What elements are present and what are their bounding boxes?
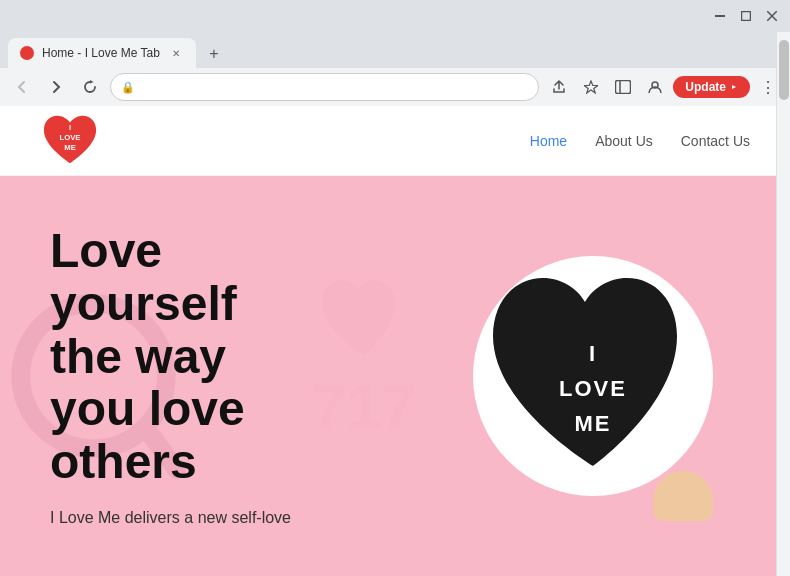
svg-rect-0 [715, 15, 725, 17]
close-button[interactable] [762, 6, 782, 26]
website-content: I LOVE ME Home About Us Contact Us [0, 106, 790, 576]
svg-text:LOVE: LOVE [59, 133, 80, 142]
back-button[interactable] [8, 73, 36, 101]
tab-close-button[interactable]: ✕ [168, 45, 184, 61]
site-nav: Home About Us Contact Us [530, 133, 750, 149]
hero-subtext: I Love Me delivers a new self-love [50, 509, 291, 527]
svg-rect-5 [616, 81, 631, 94]
svg-marker-4 [584, 81, 598, 93]
svg-rect-1 [742, 12, 751, 21]
new-tab-button[interactable]: + [200, 40, 228, 68]
profile-button[interactable] [641, 73, 669, 101]
tab-bar: Home - I Love Me Tab ✕ + [0, 32, 790, 68]
logo-heart: I LOVE ME [40, 111, 100, 171]
forward-button[interactable] [42, 73, 70, 101]
site-header: I LOVE ME Home About Us Contact Us [0, 106, 790, 176]
nav-about[interactable]: About Us [595, 133, 653, 149]
hero-image: I LOVE ME [395, 176, 790, 576]
hero-section: 717 Love yourself the way you love other… [0, 176, 790, 576]
svg-text:I: I [588, 341, 596, 366]
logo-container: I LOVE ME [40, 111, 100, 171]
black-heart-card: I LOVE ME [473, 256, 713, 496]
url-bar[interactable]: 🔒 [110, 73, 539, 101]
address-bar: 🔒 Update ⋮ [0, 68, 790, 106]
hero-text: Love yourself the way you love others I … [0, 185, 341, 567]
svg-text:ME: ME [574, 411, 611, 436]
hero-heading: Love yourself the way you love others [50, 225, 291, 489]
lock-icon: 🔒 [121, 81, 135, 94]
svg-text:LOVE: LOVE [559, 376, 627, 401]
tab-favicon [20, 46, 34, 60]
scrollbar-thumb[interactable] [779, 40, 789, 100]
window-controls [710, 6, 782, 26]
minimize-button[interactable] [710, 6, 730, 26]
tab-title: Home - I Love Me Tab [42, 46, 160, 60]
update-button[interactable]: Update [673, 76, 750, 98]
title-bar [0, 0, 790, 32]
nav-contact[interactable]: Contact Us [681, 133, 750, 149]
active-tab[interactable]: Home - I Love Me Tab ✕ [8, 38, 196, 68]
refresh-button[interactable] [76, 73, 104, 101]
scrollbar[interactable] [776, 32, 790, 576]
nav-home[interactable]: Home [530, 133, 567, 149]
svg-text:ME: ME [64, 142, 76, 151]
svg-text:I: I [69, 123, 71, 132]
sidebar-button[interactable] [609, 73, 637, 101]
share-button[interactable] [545, 73, 573, 101]
browser-window: Home - I Love Me Tab ✕ + 🔒 [0, 0, 790, 576]
maximize-button[interactable] [736, 6, 756, 26]
bookmark-button[interactable] [577, 73, 605, 101]
browser-actions: Update ⋮ [545, 73, 782, 101]
